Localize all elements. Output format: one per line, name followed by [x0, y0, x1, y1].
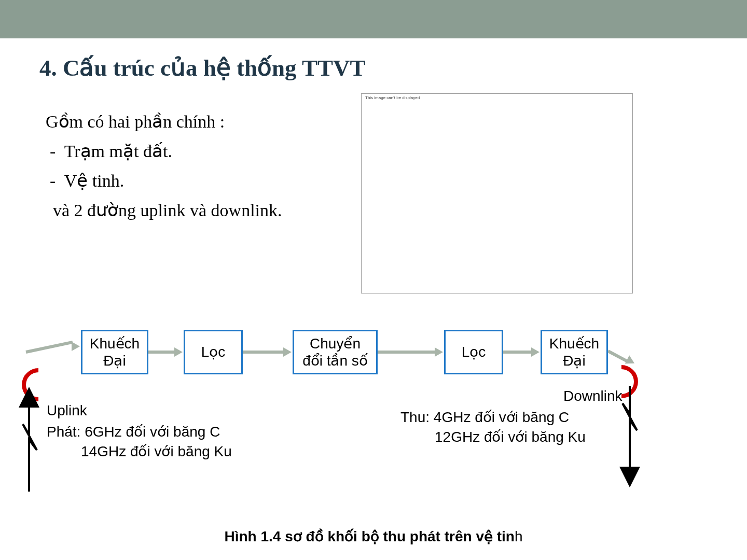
bullet-2-text: Vệ tinh. — [64, 171, 124, 190]
downlink-freq-l1: Thu: 4GHz đối với băng C — [400, 408, 586, 427]
block-filter-2: Lọc — [444, 330, 503, 374]
intro-line: Gồm có hai phần chính : — [46, 107, 282, 136]
top-bar — [0, 0, 747, 38]
connector-4-5-arrow-icon — [531, 347, 540, 357]
connector-1-2 — [148, 351, 175, 354]
bullet-1-text: Trạm mặt đất. — [64, 142, 172, 161]
uplink-freq: Phát: 6GHz đối với băng C 14GHz đối với … — [47, 422, 232, 461]
block-amplifier-2: KhuếchĐại — [541, 330, 608, 374]
block-amplifier-1: KhuếchĐại — [81, 330, 148, 374]
connector-3-4 — [378, 351, 436, 354]
connector-2-3-arrow-icon — [283, 347, 292, 357]
connector-1-2-arrow-icon — [174, 347, 183, 357]
uplink-freq-l2: 14GHz đối với băng Ku — [47, 442, 232, 461]
figure-caption: Hình 1.4 sơ đồ khối bộ thu phát trên vệ … — [0, 528, 747, 545]
bullet-2: - Vệ tinh. — [46, 166, 282, 195]
figure-caption-tail: h — [515, 528, 523, 544]
connector-2-3 — [243, 351, 284, 354]
line-3: và 2 đường uplink và downlink. — [46, 195, 282, 225]
downlink-freq-l2: 12GHz đối với băng Ku — [400, 427, 586, 447]
connector-in — [25, 341, 73, 354]
uplink-freq-l1: Phát: 6GHz đối với băng C — [47, 422, 232, 442]
uplink-label: Uplink — [47, 402, 87, 419]
block-diagram: KhuếchĐại Lọc Chuyểnđổi tần số Lọc Khuếc… — [0, 320, 747, 507]
connector-in-arrow-icon — [72, 342, 80, 351]
slide-title: 4. Cấu trúc của hệ thống TTVT — [39, 54, 366, 81]
block-freq-converter: Chuyểnđổi tần số — [293, 330, 378, 374]
downlink-freq: Thu: 4GHz đối với băng C 12GHz đối với b… — [400, 408, 586, 447]
connector-3-4-arrow-icon — [435, 347, 443, 357]
missing-image-caption: This image can't be displayed — [365, 95, 420, 100]
body-text: Gồm có hai phần chính : - Trạm mặt đất. … — [46, 107, 282, 225]
bullet-1: - Trạm mặt đất. — [46, 136, 282, 166]
uplink-signal-icon — [19, 393, 45, 497]
downlink-label: Downlink — [563, 388, 622, 404]
block-filter-1: Lọc — [184, 330, 243, 374]
figure-caption-bold: Hình 1.4 sơ đồ khối bộ thu phát trên vệ … — [224, 528, 514, 544]
connector-4-5 — [503, 351, 532, 354]
missing-image-placeholder — [361, 93, 633, 293]
